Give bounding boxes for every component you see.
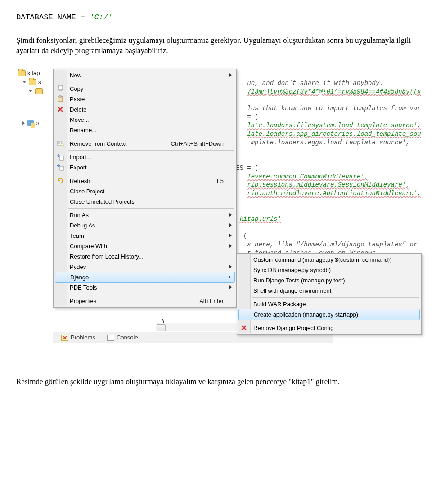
problems-tab[interactable]: Problems: [58, 333, 98, 343]
submenu-arrow-icon: [230, 265, 232, 268]
expand-icon[interactable]: [29, 90, 32, 92]
ctx-item-run-as[interactable]: Run As: [54, 210, 235, 220]
tree-item[interactable]: [16, 103, 53, 111]
ctx-item-separator: [68, 137, 234, 137]
menu-item-label: Run As: [70, 211, 89, 219]
menu-item-label: Debug As: [70, 222, 95, 230]
tree-folder[interactable]: s: [16, 78, 53, 87]
blank-icon: [57, 253, 64, 260]
code-line: (: [243, 232, 247, 240]
ctx-item-separator: [68, 208, 234, 209]
submenu-arrow-icon: [230, 234, 232, 237]
menu-item-label: New: [70, 71, 81, 80]
ctx-item-team[interactable]: Team: [54, 231, 235, 241]
blank-icon: [57, 222, 64, 229]
menu-item-label: Remove from Context: [70, 140, 126, 148]
ctx-item-debug-as[interactable]: Debug As: [54, 220, 235, 231]
menu-item-label: Run Django Tests (manage.py test): [253, 277, 345, 285]
menu-item-label: Export...: [70, 164, 91, 172]
tree-root[interactable]: kitap: [16, 69, 53, 78]
sub-item-separator: [252, 297, 419, 298]
menu-item-label: Delete: [70, 106, 87, 114]
ctx-item-close-project[interactable]: Close Project: [54, 186, 235, 196]
code-line: late.loaders.filesystem.load_template_so…: [247, 122, 421, 129]
svg-rect-11: [60, 156, 63, 160]
ctx-item-compare-with[interactable]: Compare With: [54, 241, 235, 251]
blank-icon: [57, 284, 64, 291]
ctx-item-new[interactable]: New: [54, 70, 235, 80]
sub-item-custom-command-manage-py-custom-command[interactable]: Custom command (manage.py ${custom_comma…: [238, 254, 420, 265]
expand-icon[interactable]: [22, 121, 25, 125]
ctx-item-separator: [68, 294, 234, 294]
ctx-item-restore-from-local-history[interactable]: Restore from Local History...: [54, 251, 235, 262]
console-icon: [107, 335, 114, 341]
paste-icon: [57, 95, 64, 103]
submenu-arrow-icon: [230, 223, 232, 227]
ctx-item-pde-tools[interactable]: PDE Tools: [54, 282, 235, 293]
tree-item[interactable]: [16, 96, 53, 103]
ctx-item-remove-from-context[interactable]: Remove from ContextCtrl+Alt+Shift+Down: [54, 138, 235, 149]
menu-item-label: Sync DB (manage.py syncdb): [253, 266, 331, 274]
code-eq: =: [76, 13, 90, 22]
svg-rect-3: [59, 96, 62, 97]
ctx-item-separator: [68, 174, 234, 174]
tree-pyfile[interactable]: p: [16, 119, 53, 128]
code-line: kitap.urls': [239, 215, 281, 223]
blank-icon: [240, 266, 248, 273]
ctx-item-separator: [68, 82, 234, 82]
sub-item-build-war-package[interactable]: Build WAR Package: [238, 299, 420, 309]
folder-icon: [29, 79, 36, 85]
problems-icon: [61, 335, 68, 341]
expand-icon[interactable]: [22, 81, 26, 83]
code-header: DATABASE_NAME = 'C:/': [16, 13, 416, 23]
blank-icon: [57, 263, 64, 270]
menu-item-label: Move...: [70, 116, 89, 124]
svg-rect-1: [59, 85, 63, 90]
sub-item-shell-with-django-environment[interactable]: Shell with django environment: [238, 285, 420, 296]
blank-icon: [57, 187, 64, 195]
menu-item-label: Paste: [70, 95, 85, 103]
console-tab[interactable]: Console: [104, 333, 141, 343]
ctx-item-delete[interactable]: Delete: [54, 104, 235, 115]
ctx-item-copy[interactable]: Copy: [54, 84, 235, 94]
submenu-arrow-icon: [229, 275, 231, 279]
ctx-item-move[interactable]: Move...: [54, 115, 235, 125]
submenu-arrow-icon: [230, 73, 232, 77]
tree-subfolder[interactable]: [16, 87, 53, 96]
submenu-arrow-icon: [230, 213, 232, 217]
ctx-item-properties[interactable]: PropertiesAlt+Enter: [54, 296, 235, 306]
ctx-item-import[interactable]: Import...: [54, 152, 235, 162]
ctx-item-close-unrelated-projects[interactable]: Close Unrelated Projects: [54, 196, 235, 207]
menu-item-label: Restore from Local History...: [70, 253, 144, 261]
scrollbar-left-button[interactable]: [157, 324, 166, 331]
ctx-item-paste[interactable]: Paste: [54, 94, 235, 104]
sub-item-sync-db-manage-py-syncdb[interactable]: Sync DB (manage.py syncdb): [238, 265, 420, 275]
folder-icon: [35, 88, 43, 94]
intro-paragraph: Şimdi fonksiyonları girebileceğimiz uygu…: [16, 36, 416, 56]
code-line: mplate.loaders.eggs.load_template_source…: [251, 139, 410, 146]
blank-icon: [57, 211, 64, 219]
sub-item-remove-django-project-config[interactable]: Remove Django Project Config: [238, 323, 420, 333]
sub-item-create-application-manage-py-startapp[interactable]: Create application (manage.py startapp): [238, 309, 420, 320]
menu-item-label: Custom command (manage.py ${custom_comma…: [253, 256, 392, 264]
ctx-item-export[interactable]: Export...: [54, 162, 235, 173]
menu-item-label: PDE Tools: [70, 284, 97, 292]
django-submenu: Custom command (manage.py ${custom_comma…: [237, 253, 422, 335]
ctx-item-refresh[interactable]: RefreshF5: [54, 176, 235, 186]
code-line: rib.auth.middlevare.AuthenticationMiddle…: [247, 190, 421, 197]
menu-shortcut: F5: [217, 177, 224, 185]
tree-pyfile-label: p: [36, 119, 39, 127]
ctx-item-pydev[interactable]: Pydev: [54, 262, 235, 272]
menu-item-label: Close Project: [70, 187, 104, 196]
sub-item-run-django-tests-manage-py-test[interactable]: Run Django Tests (manage.py test): [238, 275, 420, 285]
context-menu: NewCopyPasteDeleteMove...Rename...Remove…: [53, 69, 237, 308]
project-tree[interactable]: kitap s p: [16, 69, 54, 296]
tree-item[interactable]: [16, 111, 53, 119]
ctx-item-django[interactable]: Django: [55, 272, 235, 283]
ctx-item-rename[interactable]: Rename...: [54, 125, 235, 135]
code-line: levare.common.CommonMiddlevare',: [247, 173, 368, 180]
code-line: = (: [243, 113, 259, 120]
menu-item-label: Copy: [70, 85, 83, 93]
refresh-icon: [57, 177, 64, 184]
console-tab-label: Console: [117, 334, 138, 342]
